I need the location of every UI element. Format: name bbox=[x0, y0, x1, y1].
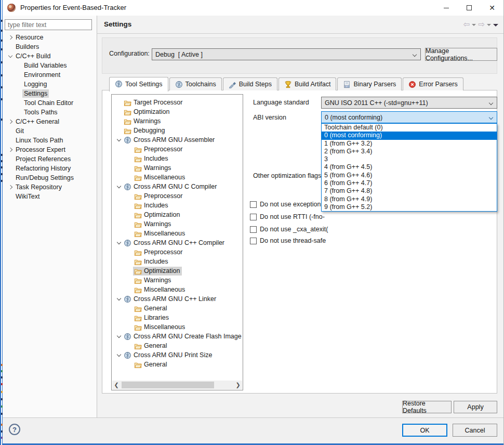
checkbox[interactable] bbox=[250, 238, 257, 244]
checkbox[interactable] bbox=[250, 226, 257, 233]
tool-tree-item-debugging[interactable]: Debugging bbox=[112, 126, 243, 135]
tool-tree-item-preprocessor[interactable]: Preprocessor bbox=[112, 191, 243, 201]
horizontal-scrollbar[interactable]: ❮ ❯ bbox=[112, 381, 242, 389]
tool-tree-item-cross-arm-gnu-c-compiler[interactable]: Cross ARM GNU C++ Compiler bbox=[112, 238, 243, 247]
back-arrow-icon[interactable]: ⇦ bbox=[463, 20, 470, 29]
sidebar-item-c-c-general[interactable]: C/C++ General bbox=[3, 117, 97, 126]
tool-tree-item-general[interactable]: General bbox=[112, 360, 243, 369]
tab-tool-settings[interactable]: Tool Settings bbox=[109, 77, 168, 91]
tab-error-parsers[interactable]: Error Parsers bbox=[403, 77, 463, 90]
apply-button[interactable]: Apply bbox=[454, 401, 497, 413]
chevron-right-icon[interactable] bbox=[7, 120, 14, 123]
abi-option-5-from-g-4-6[interactable]: 5 (from G++ 4.6) bbox=[322, 172, 497, 179]
chevron-down-icon[interactable] bbox=[115, 186, 123, 188]
ok-button[interactable]: OK bbox=[402, 424, 447, 437]
filter-input[interactable] bbox=[5, 19, 92, 30]
tool-tree-item-optimization[interactable]: Optimization bbox=[112, 266, 243, 276]
tool-tree-item-cross-arm-gnu-assembler[interactable]: Cross ARM GNU Assembler bbox=[112, 135, 243, 145]
tab-binary-parsers[interactable]: 010Binary Parsers bbox=[337, 77, 402, 90]
sidebar-item-task-repository[interactable]: Task Repository bbox=[3, 182, 97, 192]
sidebar-item-tool-chain-editor[interactable]: Tool Chain Editor bbox=[3, 98, 97, 108]
tool-tree-item-preprocessor[interactable]: Preprocessor bbox=[112, 145, 243, 154]
close-button[interactable]: ✕ bbox=[481, 0, 503, 16]
help-button[interactable]: ? bbox=[9, 424, 20, 435]
checkbox[interactable] bbox=[250, 214, 257, 220]
tool-tree-item-cross-arm-gnu-print-size[interactable]: Cross ARM GNU Print Size bbox=[112, 350, 243, 360]
tool-tree-item-target-processor[interactable]: Target Processor bbox=[112, 98, 243, 107]
restore-defaults-button[interactable]: Restore Defaults bbox=[402, 401, 452, 413]
forward-arrow-icon[interactable]: ⇨ bbox=[478, 20, 485, 29]
configuration-combobox[interactable]: Debug [ Active ] bbox=[152, 48, 421, 60]
tool-tree-item-miscellaneous[interactable]: Miscellaneous bbox=[112, 173, 243, 182]
sidebar-item-refactoring-history[interactable]: Refactoring History bbox=[3, 164, 97, 173]
tool-tree-item-optimization[interactable]: Optimization bbox=[112, 107, 243, 116]
tab-toolchains[interactable]: Toolchains bbox=[169, 77, 222, 90]
sidebar-item-linux-tools-path[interactable]: Linux Tools Path bbox=[3, 136, 97, 145]
sidebar-item-c-c-build[interactable]: C/C++ Build bbox=[3, 51, 97, 61]
abi-option-7-from-g-4-8[interactable]: 7 (from G++ 4.8) bbox=[322, 187, 497, 195]
tool-tree-item-includes[interactable]: Includes bbox=[112, 257, 243, 266]
sidebar-item-run-debug-settings[interactable]: Run/Debug Settings bbox=[3, 173, 97, 182]
chevron-down-icon[interactable] bbox=[7, 56, 14, 57]
chevron-right-icon[interactable] bbox=[7, 186, 14, 189]
sidebar-item-logging[interactable]: Logging bbox=[3, 80, 97, 89]
sidebar-item-project-references[interactable]: Project References bbox=[3, 154, 97, 164]
sidebar-item-wikitext[interactable]: WikiText bbox=[3, 192, 97, 201]
chevron-down-icon[interactable] bbox=[115, 298, 123, 300]
chevron-down-icon[interactable] bbox=[115, 139, 123, 141]
chevron-down-icon[interactable] bbox=[115, 336, 123, 337]
tool-tree-item-preprocessor[interactable]: Preprocessor bbox=[112, 247, 243, 257]
scroll-left-icon[interactable]: ❮ bbox=[112, 381, 121, 389]
abi-option-2-from-g-3-4[interactable]: 2 (from G++ 3.4) bbox=[322, 148, 497, 155]
sidebar-item-processor-expert[interactable]: Processor Expert bbox=[3, 145, 97, 154]
tool-tree-item-optimization[interactable]: Optimization bbox=[112, 210, 243, 219]
scroll-right-icon[interactable]: ❯ bbox=[234, 381, 242, 389]
sidebar-item-environment[interactable]: Environment bbox=[3, 70, 97, 80]
language-standard-combobox[interactable]: GNU ISO 2011 C++ (-std=gnu++11) bbox=[321, 97, 497, 109]
sidebar-item-tools-paths[interactable]: Tools Paths bbox=[3, 108, 97, 117]
abi-option-9-from-g-5-2[interactable]: 9 (from G++ 5.2) bbox=[322, 203, 497, 211]
tool-tree-item-miscellaneous[interactable]: Miscellaneous bbox=[112, 285, 243, 294]
tab-build-steps[interactable]: Build Steps bbox=[223, 77, 277, 90]
abi-option-1-from-g-3-2[interactable]: 1 (from G++ 3.2) bbox=[322, 140, 497, 148]
abi-option-6-from-g-4-7[interactable]: 6 (from G++ 4.7) bbox=[322, 179, 497, 187]
sidebar-item-builders[interactable]: Builders bbox=[3, 42, 97, 51]
chevron-down-icon[interactable] bbox=[115, 242, 123, 244]
abi-option-3[interactable]: 3 bbox=[322, 155, 497, 163]
tool-tree-item-warnings[interactable]: Warnings bbox=[112, 163, 243, 173]
tool-tree-item-libraries[interactable]: Libraries bbox=[112, 313, 243, 322]
tool-tree-item-includes[interactable]: Includes bbox=[112, 201, 243, 210]
view-menu-icon[interactable] bbox=[493, 24, 498, 27]
sidebar-item-settings[interactable]: Settings bbox=[3, 89, 97, 98]
checkbox[interactable] bbox=[250, 201, 257, 208]
abi-option-8-from-g-4-9[interactable]: 8 (from G++ 4.9) bbox=[322, 195, 497, 203]
forward-history-caret-icon[interactable] bbox=[487, 24, 491, 26]
tool-tree-item-warnings[interactable]: Warnings bbox=[112, 116, 243, 126]
cancel-button[interactable]: Cancel bbox=[453, 424, 497, 437]
tool-tree-item-miscellaneous[interactable]: Miscellaneous bbox=[112, 322, 243, 332]
tool-tree-item-miscellaneous[interactable]: Miscellaneous bbox=[112, 229, 243, 238]
abi-option-4-from-g-4-5[interactable]: 4 (from G++ 4.5) bbox=[322, 163, 497, 171]
abi-option-0-most-conforming[interactable]: 0 (most conforming) bbox=[322, 132, 497, 139]
tool-tree-item-general[interactable]: General bbox=[112, 304, 243, 313]
sidebar-item-resource[interactable]: Resource bbox=[3, 33, 97, 42]
back-history-caret-icon[interactable] bbox=[472, 24, 476, 26]
sidebar-item-git[interactable]: Git bbox=[3, 126, 97, 136]
tool-tree-item-includes[interactable]: Includes bbox=[112, 154, 243, 163]
tab-build-artifact[interactable]: Build Artifact bbox=[278, 77, 336, 90]
chevron-right-icon[interactable] bbox=[7, 36, 14, 39]
tool-tree-item-warnings[interactable]: Warnings bbox=[112, 219, 243, 229]
tool-tree-item-cross-arm-gnu-c-linker[interactable]: Cross ARM GNU C++ Linker bbox=[112, 294, 243, 304]
abi-version-combobox[interactable]: 0 (most conforming) bbox=[321, 111, 497, 123]
sidebar-item-build-variables[interactable]: Build Variables bbox=[3, 61, 97, 70]
manage-configurations-button[interactable]: Manage Configurations... bbox=[425, 48, 497, 61]
chevron-right-icon[interactable] bbox=[7, 148, 14, 151]
chevron-down-icon[interactable] bbox=[115, 355, 123, 356]
scrollbar-thumb[interactable] bbox=[122, 382, 214, 388]
maximize-button[interactable] bbox=[458, 0, 481, 16]
minimize-button[interactable] bbox=[435, 0, 458, 16]
tool-tree-item-cross-arm-gnu-c-compiler[interactable]: Cross ARM GNU C Compiler bbox=[112, 182, 243, 191]
abi-option-toolchain-default-0[interactable]: Toolchain default (0) bbox=[322, 124, 497, 132]
tool-tree-item-cross-arm-gnu-create-flash-image[interactable]: Cross ARM GNU Create Flash Image bbox=[112, 332, 243, 341]
tool-tree-item-warnings[interactable]: Warnings bbox=[112, 276, 243, 285]
